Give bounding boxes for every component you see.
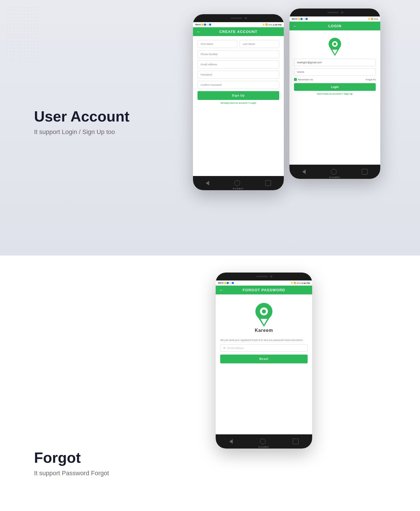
password-field[interactable]: Password: [198, 71, 279, 79]
recents-nav-create[interactable]: [265, 180, 271, 186]
app-header-forgot: ← FORGOT PASSWORD: [216, 286, 312, 294]
login-email-input[interactable]: [294, 59, 376, 66]
carrier-create: Warid 🟡🔵⚪🔵: [195, 24, 211, 26]
home-nav-create[interactable]: [234, 180, 240, 186]
brand-create: HUAWEI: [193, 188, 284, 190]
camera-login: [341, 11, 343, 14]
app-name-forgot: Kareem: [255, 328, 273, 333]
email-field[interactable]: Email Address: [198, 60, 279, 68]
app-header-create: ← CREATE ACCOUNT: [193, 27, 284, 36]
carrier-forgot: Warid 🟡🔵⚪🔵: [218, 282, 234, 284]
back-arrow-create: ←: [196, 29, 201, 34]
notch-bar-forgot: [216, 273, 312, 280]
time-create: 3:45 PM: [273, 24, 282, 26]
header-title-login: LOGIN: [328, 24, 341, 28]
phone-forgot-password: Warid 🟡🔵⚪🔵 ☀️ 📶 97% 3:46 PM ← FORGOT PAS…: [216, 273, 312, 449]
status-bar-create: Warid 🟡🔵⚪🔵 ☀️ 📶 97% 3:45 PM: [193, 22, 284, 27]
camera-forgot: [270, 275, 272, 278]
forgot-logo-area: Kareem: [216, 294, 312, 336]
back-nav-forgot[interactable]: [229, 439, 233, 444]
status-icons-forgot: ☀️ 📶 97% 3:46 PM: [291, 282, 310, 284]
phone-create-account: Warid 🟡🔵⚪🔵 ☀️ 📶 97% 3:45 PM ← CREATE ACC…: [193, 14, 284, 190]
recents-nav-forgot[interactable]: [293, 439, 299, 444]
time-forgot: 3:46 PM: [301, 282, 310, 284]
forgot-description: We just need your registered Email id to…: [216, 336, 312, 344]
status-area-create: Warid 🟡🔵⚪🔵 ☀️ 📶 97% 3:45 PM ← CREATE ACC…: [193, 22, 284, 36]
brand-login: HUAWEI: [289, 176, 380, 178]
svg-point-7: [262, 309, 266, 313]
phone-login-screen: Warid 🟡🔵⚪🔵 ☀️ 📶 97% ← LOGIN: [289, 9, 380, 179]
home-nav-login[interactable]: [331, 169, 337, 175]
login-logo-area: [289, 30, 380, 59]
phone-create-screen: Warid 🟡🔵⚪🔵 ☀️ 📶 97% 3:45 PM ← CREATE ACC…: [193, 14, 284, 190]
name-row: First Name Last Name: [198, 40, 279, 48]
signup-button[interactable]: Sign Up: [198, 91, 279, 100]
login-button[interactable]: Login: [294, 83, 376, 91]
back-arrow-login: ←: [293, 24, 298, 29]
speaker-forgot: [256, 276, 268, 277]
first-name-field[interactable]: First Name: [198, 40, 237, 48]
login-link-text: Already have an account ? Login: [198, 102, 279, 104]
phone-forgot-screen: Warid 🟡🔵⚪🔵 ☀️ 📶 97% 3:46 PM ← FORGOT PAS…: [216, 273, 312, 449]
svg-point-2: [333, 43, 336, 45]
header-title-forgot: FORGOT PASSWORD: [243, 288, 285, 292]
top-section-title: User Account: [34, 108, 129, 125]
phone-field[interactable]: Phone Number: [198, 50, 279, 58]
back-nav-create[interactable]: [206, 181, 209, 185]
forgot-email-input-wrapper[interactable]: ✉ Email Address: [220, 344, 308, 352]
back-nav-login[interactable]: [302, 169, 306, 174]
phones-bottom-container: Warid 🟡🔵⚪🔵 ☀️ 📶 97% 3:46 PM ← FORGOT PAS…: [216, 273, 312, 471]
bottom-section-subtitle: It support Password Forgot: [34, 470, 109, 477]
status-area-forgot: Warid 🟡🔵⚪🔵 ☀️ 📶 97% 3:46 PM ← FORGOT PAS…: [216, 280, 312, 294]
top-section-subtitle: It support Login / Sign Up too: [34, 128, 129, 136]
remember-row: ✓ Remember me Forgot Pa: [294, 78, 376, 81]
header-title-create: CREATE ACCOUNT: [219, 30, 258, 34]
status-icons-login: ☀️ 📶 97%: [368, 18, 378, 20]
back-arrow-forgot: ←: [219, 288, 224, 293]
battery-create: 97%: [268, 24, 272, 26]
phones-top-container: Warid 🟡🔵⚪🔵 ☀️ 📶 97% 3:45 PM ← CREATE ACC…: [165, 0, 420, 256]
recents-nav-login[interactable]: [362, 169, 368, 175]
top-text-block: User Account It support Login / Sign Up …: [34, 108, 129, 136]
login-password-input[interactable]: [294, 68, 376, 76]
bottom-section-title: Forgot: [34, 449, 109, 466]
signup-nav-link[interactable]: Sign Up: [344, 93, 352, 95]
create-form: First Name Last Name Phone Number Email …: [193, 36, 284, 108]
notch-bar-login: [289, 9, 380, 16]
remember-me-group: ✓ Remember me: [294, 78, 313, 81]
location-pin-icon-forgot: [253, 301, 275, 327]
app-header-login: ← LOGIN: [289, 22, 380, 30]
remember-checkbox[interactable]: ✓: [294, 78, 297, 81]
notch-bar-create: [193, 14, 284, 22]
status-icons-create: ☀️ 📶 97% 3:45 PM: [262, 24, 282, 26]
forgot-email-placeholder: Email Address: [227, 347, 244, 349]
location-pin-icon-login: [326, 36, 343, 56]
status-bar-forgot: Warid 🟡🔵⚪🔵 ☀️ 📶 97% 3:46 PM: [216, 280, 312, 286]
home-nav-forgot[interactable]: [260, 439, 266, 444]
speaker-login: [327, 12, 339, 13]
camera-create: [245, 17, 247, 19]
forgot-password-link[interactable]: Forgot Pa: [366, 78, 376, 81]
status-area-login: Warid 🟡🔵⚪🔵 ☀️ 📶 97% ← LOGIN: [289, 16, 380, 30]
status-bar-login: Warid 🟡🔵⚪🔵 ☀️ 📶 97%: [289, 16, 380, 22]
login-link[interactable]: Login: [250, 102, 256, 104]
speaker-create: [231, 18, 242, 19]
mail-icon: ✉: [223, 347, 226, 349]
last-name-field[interactable]: Last Name: [240, 40, 279, 48]
confirm-password-field[interactable]: Confirm Password: [198, 81, 279, 89]
signup-link-text: Don't have an account ? Sign Up: [289, 93, 380, 95]
remember-label: Remember me: [298, 78, 313, 81]
decorative-dots-top-left: [6, 6, 40, 62]
carrier-login: Warid 🟡🔵⚪🔵: [292, 18, 308, 20]
phone-login: Warid 🟡🔵⚪🔵 ☀️ 📶 97% ← LOGIN: [289, 9, 380, 179]
brand-forgot: HUAWEI: [216, 446, 312, 448]
bottom-text-block: Forgot It support Password Forgot: [34, 449, 109, 477]
reset-button[interactable]: Reset: [220, 355, 308, 363]
